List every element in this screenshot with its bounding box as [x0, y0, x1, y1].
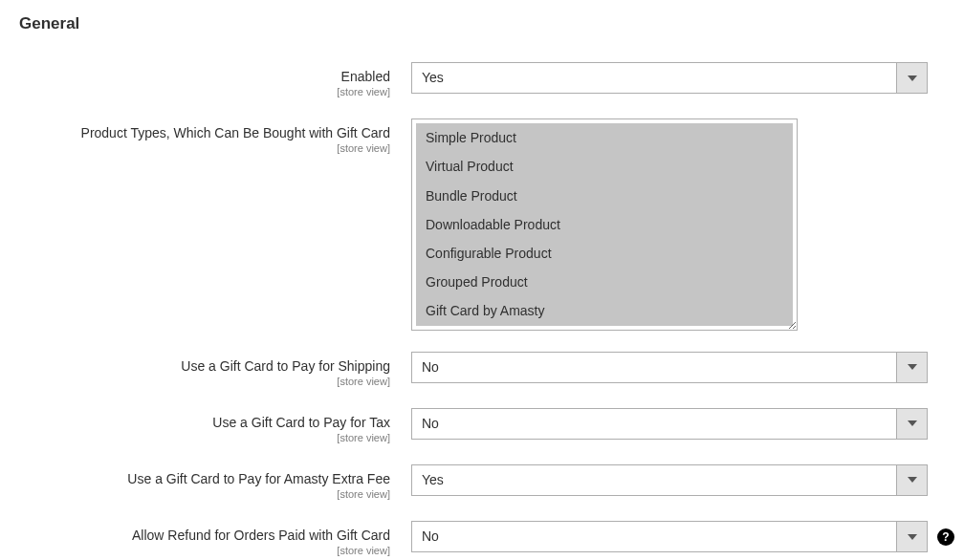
enabled-select[interactable]: Yes	[411, 62, 928, 94]
pay-tax-scope: [store view]	[19, 432, 390, 443]
multiselect-option[interactable]: Grouped Product	[416, 268, 793, 296]
section-title: General	[19, 14, 945, 33]
label-col: Allow Refund for Orders Paid with Gift C…	[19, 521, 411, 556]
multiselect-option[interactable]: Configurable Product	[416, 239, 793, 268]
label-col: Use a Gift Card to Pay for Amasty Extra …	[19, 464, 411, 500]
allow-refund-label: Allow Refund for Orders Paid with Gift C…	[19, 527, 390, 544]
pay-extra-fee-scope: [store view]	[19, 488, 390, 500]
control-col: Yes	[411, 62, 928, 94]
enabled-value: Yes	[411, 62, 896, 94]
pay-shipping-label: Use a Gift Card to Pay for Shipping	[19, 357, 390, 375]
chevron-down-icon[interactable]	[896, 464, 928, 496]
chevron-down-icon[interactable]	[896, 62, 928, 94]
allow-refund-select[interactable]: No	[411, 521, 928, 552]
product-types-scope: [store view]	[19, 142, 390, 154]
field-product-types: Product Types, Which Can Be Bought with …	[19, 118, 945, 330]
multiselect-option[interactable]: Simple Product	[416, 123, 793, 152]
allow-refund-scope: [store view]	[19, 545, 390, 556]
multiselect-option[interactable]: Gift Card by Amasty	[416, 296, 793, 325]
help-icon[interactable]: ?	[937, 528, 954, 546]
control-col: No	[411, 352, 928, 383]
field-allow-refund: Allow Refund for Orders Paid with Gift C…	[19, 521, 945, 556]
pay-shipping-value: No	[411, 352, 896, 383]
control-col: No ?	[411, 521, 928, 552]
product-types-multiselect[interactable]: Simple Product Virtual Product Bundle Pr…	[411, 118, 798, 330]
pay-shipping-scope: [store view]	[19, 376, 390, 387]
field-enabled: Enabled [store view] Yes	[19, 62, 945, 97]
enabled-label: Enabled	[19, 68, 390, 85]
pay-extra-fee-label: Use a Gift Card to Pay for Amasty Extra …	[19, 470, 390, 487]
multiselect-option[interactable]: Virtual Product	[416, 152, 793, 181]
multiselect-option[interactable]: Bundle Product	[416, 182, 793, 210]
enabled-scope: [store view]	[19, 86, 390, 97]
allow-refund-value: No	[411, 521, 896, 552]
chevron-down-icon[interactable]	[896, 521, 928, 552]
pay-extra-fee-value: Yes	[411, 464, 896, 496]
pay-extra-fee-select[interactable]: Yes	[411, 464, 928, 496]
label-col: Product Types, Which Can Be Bought with …	[19, 118, 411, 154]
chevron-down-icon[interactable]	[896, 352, 928, 383]
field-pay-extra-fee: Use a Gift Card to Pay for Amasty Extra …	[19, 464, 945, 500]
multiselect-option[interactable]: Downloadable Product	[416, 210, 793, 239]
control-col: No	[411, 408, 928, 440]
label-col: Use a Gift Card to Pay for Shipping [sto…	[19, 352, 411, 387]
control-col: Simple Product Virtual Product Bundle Pr…	[411, 118, 928, 330]
product-types-label: Product Types, Which Can Be Bought with …	[19, 124, 390, 141]
control-col: Yes	[411, 464, 928, 496]
field-pay-tax: Use a Gift Card to Pay for Tax [store vi…	[19, 408, 945, 443]
pay-shipping-select[interactable]: No	[411, 352, 928, 383]
chevron-down-icon[interactable]	[896, 408, 928, 440]
pay-tax-select[interactable]: No	[411, 408, 928, 440]
field-pay-shipping: Use a Gift Card to Pay for Shipping [sto…	[19, 352, 945, 387]
pay-tax-label: Use a Gift Card to Pay for Tax	[19, 414, 390, 431]
label-col: Enabled [store view]	[19, 62, 411, 97]
label-col: Use a Gift Card to Pay for Tax [store vi…	[19, 408, 411, 443]
svg-text:?: ?	[942, 530, 949, 544]
pay-tax-value: No	[411, 408, 896, 440]
